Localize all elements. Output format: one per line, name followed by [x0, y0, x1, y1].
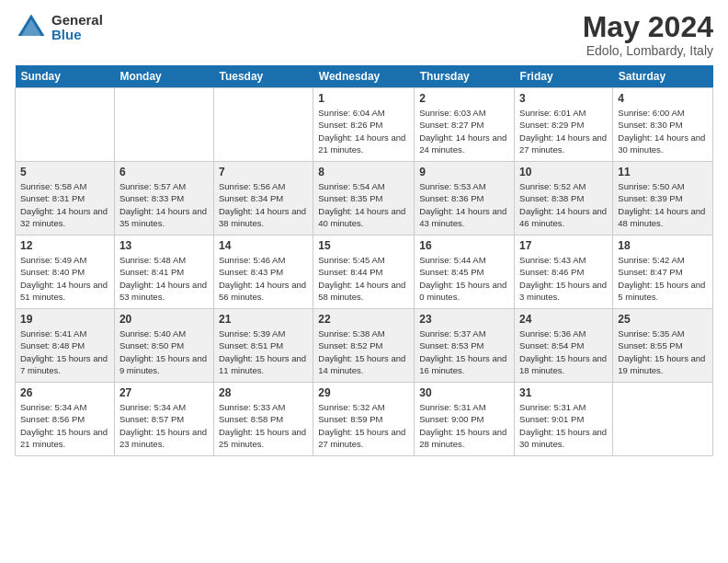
day-info: Sunrise: 5:53 AM Sunset: 8:36 PM Dayligh…	[419, 180, 509, 229]
calendar-week-4: 19Sunrise: 5:41 AM Sunset: 8:48 PM Dayli…	[16, 309, 713, 383]
day-number: 17	[519, 239, 608, 252]
day-number: 20	[119, 313, 209, 326]
day-info: Sunrise: 6:01 AM Sunset: 8:29 PM Dayligh…	[519, 107, 608, 155]
day-number: 10	[519, 166, 608, 178]
day-info: Sunrise: 5:56 AM Sunset: 8:34 PM Dayligh…	[219, 180, 308, 229]
day-info: Sunrise: 5:40 AM Sunset: 8:50 PM Dayligh…	[119, 327, 209, 376]
calendar-day: 16Sunrise: 5:44 AM Sunset: 8:45 PM Dayli…	[415, 236, 515, 309]
calendar-day: 3Sunrise: 6:01 AM Sunset: 8:29 PM Daylig…	[515, 88, 613, 162]
calendar-day: 29Sunrise: 5:32 AM Sunset: 8:59 PM Dayli…	[313, 383, 415, 456]
calendar-day: 20Sunrise: 5:40 AM Sunset: 8:50 PM Dayli…	[114, 309, 213, 383]
calendar-day: 6Sunrise: 5:57 AM Sunset: 8:33 PM Daylig…	[114, 162, 213, 236]
col-friday: Friday	[515, 65, 613, 88]
day-number: 19	[20, 313, 109, 326]
col-monday: Monday	[114, 65, 213, 88]
day-info: Sunrise: 5:57 AM Sunset: 8:33 PM Dayligh…	[119, 180, 209, 229]
calendar-day: 31Sunrise: 5:31 AM Sunset: 9:01 PM Dayli…	[515, 383, 613, 456]
day-number: 13	[119, 239, 209, 252]
day-info: Sunrise: 6:00 AM Sunset: 8:30 PM Dayligh…	[618, 107, 708, 155]
calendar-day	[613, 383, 713, 456]
col-tuesday: Tuesday	[213, 65, 313, 88]
day-info: Sunrise: 5:48 AM Sunset: 8:41 PM Dayligh…	[119, 254, 209, 303]
calendar-day: 15Sunrise: 5:45 AM Sunset: 8:44 PM Dayli…	[313, 236, 415, 309]
day-number: 21	[219, 313, 308, 326]
calendar-day: 22Sunrise: 5:38 AM Sunset: 8:52 PM Dayli…	[313, 309, 415, 383]
day-info: Sunrise: 6:03 AM Sunset: 8:27 PM Dayligh…	[419, 107, 509, 155]
col-wednesday: Wednesday	[313, 65, 415, 88]
day-number: 7	[219, 166, 308, 178]
calendar-day: 23Sunrise: 5:37 AM Sunset: 8:53 PM Dayli…	[415, 309, 515, 383]
calendar-day	[16, 88, 115, 162]
calendar-day: 14Sunrise: 5:46 AM Sunset: 8:43 PM Dayli…	[213, 236, 313, 309]
calendar-day: 17Sunrise: 5:43 AM Sunset: 8:46 PM Dayli…	[515, 236, 613, 309]
header-row: Sunday Monday Tuesday Wednesday Thursday…	[16, 65, 713, 88]
day-info: Sunrise: 5:36 AM Sunset: 8:54 PM Dayligh…	[519, 327, 608, 376]
day-info: Sunrise: 5:31 AM Sunset: 9:01 PM Dayligh…	[519, 401, 608, 450]
calendar-day: 5Sunrise: 5:58 AM Sunset: 8:31 PM Daylig…	[16, 162, 115, 236]
logo-blue: Blue	[51, 28, 103, 43]
day-number: 22	[318, 313, 409, 326]
location: Edolo, Lombardy, Italy	[583, 43, 713, 58]
day-number: 24	[519, 313, 608, 326]
calendar-week-1: 1Sunrise: 6:04 AM Sunset: 8:26 PM Daylig…	[16, 88, 713, 162]
col-saturday: Saturday	[613, 65, 713, 88]
header: General Blue May 2024 Edolo, Lombardy, I…	[15, 11, 713, 58]
day-info: Sunrise: 6:04 AM Sunset: 8:26 PM Dayligh…	[318, 107, 409, 155]
day-info: Sunrise: 5:45 AM Sunset: 8:44 PM Dayligh…	[318, 254, 409, 303]
calendar-day: 21Sunrise: 5:39 AM Sunset: 8:51 PM Dayli…	[213, 309, 313, 383]
calendar-day: 18Sunrise: 5:42 AM Sunset: 8:47 PM Dayli…	[613, 236, 713, 309]
calendar-day: 24Sunrise: 5:36 AM Sunset: 8:54 PM Dayli…	[515, 309, 613, 383]
calendar-day: 9Sunrise: 5:53 AM Sunset: 8:36 PM Daylig…	[415, 162, 515, 236]
day-number: 25	[618, 313, 708, 326]
calendar-day: 19Sunrise: 5:41 AM Sunset: 8:48 PM Dayli…	[16, 309, 115, 383]
day-info: Sunrise: 5:38 AM Sunset: 8:52 PM Dayligh…	[318, 327, 409, 376]
day-number: 31	[519, 386, 608, 399]
col-sunday: Sunday	[16, 65, 115, 88]
day-number: 4	[618, 92, 708, 105]
day-info: Sunrise: 5:46 AM Sunset: 8:43 PM Dayligh…	[219, 254, 308, 303]
day-info: Sunrise: 5:58 AM Sunset: 8:31 PM Dayligh…	[20, 180, 109, 229]
month-title: May 2024	[583, 11, 713, 43]
day-info: Sunrise: 5:44 AM Sunset: 8:45 PM Dayligh…	[419, 254, 509, 303]
day-number: 8	[318, 166, 409, 178]
day-info: Sunrise: 5:49 AM Sunset: 8:40 PM Dayligh…	[20, 254, 109, 303]
calendar-day: 11Sunrise: 5:50 AM Sunset: 8:39 PM Dayli…	[613, 162, 713, 236]
calendar-day: 2Sunrise: 6:03 AM Sunset: 8:27 PM Daylig…	[415, 88, 515, 162]
calendar-week-3: 12Sunrise: 5:49 AM Sunset: 8:40 PM Dayli…	[16, 236, 713, 309]
day-number: 9	[419, 166, 509, 178]
calendar-day: 26Sunrise: 5:34 AM Sunset: 8:56 PM Dayli…	[16, 383, 115, 456]
day-number: 3	[519, 92, 608, 105]
day-info: Sunrise: 5:34 AM Sunset: 8:57 PM Dayligh…	[119, 401, 209, 450]
calendar-day: 4Sunrise: 6:00 AM Sunset: 8:30 PM Daylig…	[613, 88, 713, 162]
calendar-day: 28Sunrise: 5:33 AM Sunset: 8:58 PM Dayli…	[213, 383, 313, 456]
day-number: 6	[119, 166, 209, 178]
calendar-day	[213, 88, 313, 162]
day-info: Sunrise: 5:39 AM Sunset: 8:51 PM Dayligh…	[219, 327, 308, 376]
generalblue-logo-icon	[15, 11, 48, 44]
page: General Blue May 2024 Edolo, Lombardy, I…	[0, 0, 728, 467]
calendar-day: 25Sunrise: 5:35 AM Sunset: 8:55 PM Dayli…	[613, 309, 713, 383]
calendar-day: 13Sunrise: 5:48 AM Sunset: 8:41 PM Dayli…	[114, 236, 213, 309]
calendar-week-2: 5Sunrise: 5:58 AM Sunset: 8:31 PM Daylig…	[16, 162, 713, 236]
day-number: 26	[20, 386, 109, 399]
day-number: 2	[419, 92, 509, 105]
calendar-day: 27Sunrise: 5:34 AM Sunset: 8:57 PM Dayli…	[114, 383, 213, 456]
calendar-day: 1Sunrise: 6:04 AM Sunset: 8:26 PM Daylig…	[313, 88, 415, 162]
day-number: 11	[618, 166, 708, 178]
calendar-day: 7Sunrise: 5:56 AM Sunset: 8:34 PM Daylig…	[213, 162, 313, 236]
day-number: 1	[318, 92, 409, 105]
day-number: 15	[318, 239, 409, 252]
day-info: Sunrise: 5:33 AM Sunset: 8:58 PM Dayligh…	[219, 401, 308, 450]
day-number: 16	[419, 239, 509, 252]
day-number: 27	[119, 386, 209, 399]
logo-text: General Blue	[51, 13, 103, 43]
calendar-day	[114, 88, 213, 162]
day-number: 28	[219, 386, 308, 399]
day-info: Sunrise: 5:34 AM Sunset: 8:56 PM Dayligh…	[20, 401, 109, 450]
day-info: Sunrise: 5:41 AM Sunset: 8:48 PM Dayligh…	[20, 327, 109, 376]
day-number: 30	[419, 386, 509, 399]
logo-general: General	[51, 13, 103, 29]
day-number: 12	[20, 239, 109, 252]
calendar-day: 12Sunrise: 5:49 AM Sunset: 8:40 PM Dayli…	[16, 236, 115, 309]
day-info: Sunrise: 5:54 AM Sunset: 8:35 PM Dayligh…	[318, 180, 409, 229]
